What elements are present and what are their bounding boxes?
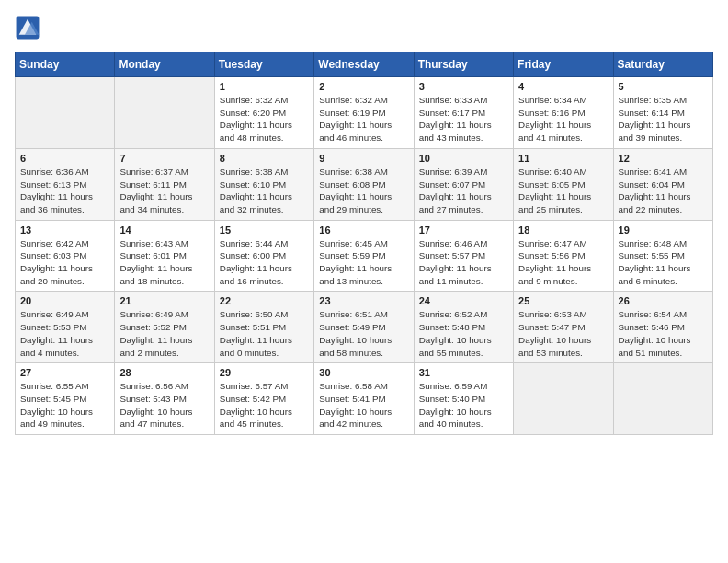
calendar-cell: 25Sunrise: 6:53 AMSunset: 5:47 PMDayligh… [514, 292, 613, 363]
calendar-week-row: 27Sunrise: 6:55 AMSunset: 5:45 PMDayligh… [16, 363, 713, 435]
calendar-cell [115, 77, 214, 149]
day-info: Sunrise: 6:59 AMSunset: 5:40 PMDaylight:… [419, 380, 508, 431]
day-info: Sunrise: 6:34 AMSunset: 6:16 PMDaylight:… [518, 94, 608, 144]
calendar-cell: 18Sunrise: 6:47 AMSunset: 5:56 PMDayligh… [514, 220, 613, 292]
day-info: Sunrise: 6:56 AMSunset: 5:43 PMDaylight:… [119, 380, 209, 431]
calendar-cell: 7Sunrise: 6:37 AMSunset: 6:11 PMDaylight… [115, 148, 214, 220]
day-number: 28 [119, 367, 209, 378]
weekday-header: Friday [514, 52, 613, 77]
day-info: Sunrise: 6:49 AMSunset: 5:53 PMDaylight:… [20, 308, 109, 359]
day-number: 22 [220, 295, 309, 306]
day-info: Sunrise: 6:54 AMSunset: 5:46 PMDaylight:… [619, 308, 708, 359]
calendar-cell: 1Sunrise: 6:32 AMSunset: 6:20 PMDaylight… [214, 77, 313, 149]
calendar-cell: 29Sunrise: 6:57 AMSunset: 5:42 PMDayligh… [214, 363, 313, 435]
day-number: 8 [220, 153, 309, 164]
calendar-cell: 3Sunrise: 6:33 AMSunset: 6:17 PMDaylight… [414, 77, 513, 149]
day-number: 30 [319, 367, 408, 378]
day-info: Sunrise: 6:52 AMSunset: 5:48 PMDaylight:… [419, 308, 508, 359]
day-info: Sunrise: 6:53 AMSunset: 5:47 PMDaylight:… [518, 308, 608, 359]
day-info: Sunrise: 6:58 AMSunset: 5:41 PMDaylight:… [319, 380, 408, 431]
calendar-cell: 20Sunrise: 6:49 AMSunset: 5:53 PMDayligh… [16, 292, 115, 363]
day-info: Sunrise: 6:55 AMSunset: 5:45 PMDaylight:… [20, 380, 109, 431]
calendar-cell: 6Sunrise: 6:36 AMSunset: 6:13 PMDaylight… [16, 148, 115, 220]
day-number: 3 [419, 81, 508, 92]
calendar-cell: 31Sunrise: 6:59 AMSunset: 5:40 PMDayligh… [414, 363, 513, 435]
weekday-header-row: SundayMondayTuesdayWednesdayThursdayFrid… [16, 52, 713, 77]
calendar-cell: 15Sunrise: 6:44 AMSunset: 6:00 PMDayligh… [214, 220, 313, 292]
day-number: 13 [20, 224, 109, 236]
calendar-cell: 4Sunrise: 6:34 AMSunset: 6:16 PMDaylight… [514, 77, 613, 149]
day-info: Sunrise: 6:45 AMSunset: 5:59 PMDaylight:… [319, 237, 408, 288]
day-number: 31 [419, 367, 508, 378]
logo [15, 15, 44, 40]
day-info: Sunrise: 6:51 AMSunset: 5:49 PMDaylight:… [319, 308, 408, 359]
calendar-cell: 5Sunrise: 6:35 AMSunset: 6:14 PMDaylight… [613, 77, 712, 149]
day-number: 2 [319, 81, 408, 92]
day-info: Sunrise: 6:32 AMSunset: 6:20 PMDaylight:… [220, 94, 309, 144]
calendar-cell: 13Sunrise: 6:42 AMSunset: 6:03 PMDayligh… [16, 220, 115, 292]
day-number: 29 [220, 367, 309, 378]
page-header [15, 15, 713, 40]
day-number: 16 [319, 224, 408, 236]
day-number: 25 [518, 295, 608, 306]
calendar-cell: 21Sunrise: 6:49 AMSunset: 5:52 PMDayligh… [115, 292, 214, 363]
day-info: Sunrise: 6:46 AMSunset: 5:57 PMDaylight:… [419, 237, 508, 288]
calendar-cell: 12Sunrise: 6:41 AMSunset: 6:04 PMDayligh… [613, 148, 712, 220]
day-number: 6 [20, 153, 109, 164]
day-number: 19 [619, 224, 708, 236]
weekday-header: Saturday [613, 52, 712, 77]
calendar-cell: 11Sunrise: 6:40 AMSunset: 6:05 PMDayligh… [514, 148, 613, 220]
day-number: 11 [518, 153, 608, 164]
weekday-header: Wednesday [314, 52, 414, 77]
day-number: 21 [119, 295, 209, 306]
calendar-week-row: 13Sunrise: 6:42 AMSunset: 6:03 PMDayligh… [16, 220, 713, 292]
calendar-cell: 24Sunrise: 6:52 AMSunset: 5:48 PMDayligh… [414, 292, 513, 363]
calendar-cell: 19Sunrise: 6:48 AMSunset: 5:55 PMDayligh… [613, 220, 712, 292]
day-number: 20 [20, 295, 109, 306]
weekday-header: Monday [115, 52, 214, 77]
calendar-week-row: 6Sunrise: 6:36 AMSunset: 6:13 PMDaylight… [16, 148, 713, 220]
calendar-cell: 16Sunrise: 6:45 AMSunset: 5:59 PMDayligh… [314, 220, 414, 292]
day-info: Sunrise: 6:32 AMSunset: 6:19 PMDaylight:… [319, 94, 408, 144]
calendar-cell: 9Sunrise: 6:38 AMSunset: 6:08 PMDaylight… [314, 148, 414, 220]
day-info: Sunrise: 6:37 AMSunset: 6:11 PMDaylight:… [119, 166, 209, 216]
day-info: Sunrise: 6:42 AMSunset: 6:03 PMDaylight:… [20, 237, 109, 288]
calendar-cell [613, 363, 712, 435]
day-number: 9 [319, 153, 408, 164]
weekday-header: Sunday [16, 52, 115, 77]
day-info: Sunrise: 6:57 AMSunset: 5:42 PMDaylight:… [220, 380, 309, 431]
day-number: 26 [619, 295, 708, 306]
day-info: Sunrise: 6:35 AMSunset: 6:14 PMDaylight:… [619, 94, 708, 144]
day-number: 10 [419, 153, 508, 164]
day-info: Sunrise: 6:39 AMSunset: 6:07 PMDaylight:… [419, 166, 508, 216]
calendar-cell [16, 77, 115, 149]
weekday-header: Tuesday [214, 52, 313, 77]
day-info: Sunrise: 6:50 AMSunset: 5:51 PMDaylight:… [220, 308, 309, 359]
calendar-week-row: 1Sunrise: 6:32 AMSunset: 6:20 PMDaylight… [16, 77, 713, 149]
day-info: Sunrise: 6:40 AMSunset: 6:05 PMDaylight:… [518, 166, 608, 216]
day-info: Sunrise: 6:36 AMSunset: 6:13 PMDaylight:… [20, 166, 109, 216]
logo-icon [15, 15, 40, 40]
calendar-cell: 8Sunrise: 6:38 AMSunset: 6:10 PMDaylight… [214, 148, 313, 220]
day-info: Sunrise: 6:38 AMSunset: 6:10 PMDaylight:… [220, 166, 309, 216]
calendar-cell: 22Sunrise: 6:50 AMSunset: 5:51 PMDayligh… [214, 292, 313, 363]
day-number: 17 [419, 224, 508, 236]
day-number: 18 [518, 224, 608, 236]
day-number: 12 [619, 153, 708, 164]
calendar-cell: 27Sunrise: 6:55 AMSunset: 5:45 PMDayligh… [16, 363, 115, 435]
calendar-cell: 10Sunrise: 6:39 AMSunset: 6:07 PMDayligh… [414, 148, 513, 220]
calendar-cell: 14Sunrise: 6:43 AMSunset: 6:01 PMDayligh… [115, 220, 214, 292]
day-info: Sunrise: 6:38 AMSunset: 6:08 PMDaylight:… [319, 166, 408, 216]
day-number: 5 [619, 81, 708, 92]
calendar-cell: 26Sunrise: 6:54 AMSunset: 5:46 PMDayligh… [613, 292, 712, 363]
day-number: 27 [20, 367, 109, 378]
calendar-table: SundayMondayTuesdayWednesdayThursdayFrid… [15, 52, 713, 435]
calendar-cell: 23Sunrise: 6:51 AMSunset: 5:49 PMDayligh… [314, 292, 414, 363]
day-number: 15 [220, 224, 309, 236]
day-info: Sunrise: 6:33 AMSunset: 6:17 PMDaylight:… [419, 94, 508, 144]
calendar-cell: 28Sunrise: 6:56 AMSunset: 5:43 PMDayligh… [115, 363, 214, 435]
day-info: Sunrise: 6:41 AMSunset: 6:04 PMDaylight:… [619, 166, 708, 216]
day-info: Sunrise: 6:47 AMSunset: 5:56 PMDaylight:… [518, 237, 608, 288]
day-info: Sunrise: 6:49 AMSunset: 5:52 PMDaylight:… [119, 308, 209, 359]
day-info: Sunrise: 6:43 AMSunset: 6:01 PMDaylight:… [119, 237, 209, 288]
